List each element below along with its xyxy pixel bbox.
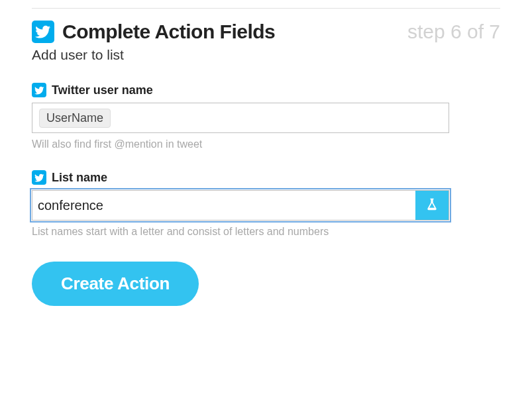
- step-indicator: step 6 of 7: [407, 21, 500, 43]
- field-label-row: List name: [32, 170, 500, 185]
- username-label: Twitter user name: [52, 83, 153, 97]
- create-action-button[interactable]: Create Action: [32, 262, 199, 306]
- ingredient-button[interactable]: [415, 191, 449, 220]
- twitter-icon: [32, 170, 46, 185]
- page-subtitle: Add user to list: [32, 47, 500, 63]
- flask-icon: [425, 197, 439, 214]
- header-left: Complete Action Fields: [32, 21, 275, 43]
- username-input[interactable]: UserName: [32, 103, 449, 133]
- field-twitter-username: Twitter user name UserName Will also fin…: [32, 83, 500, 150]
- username-hint: Will also find first @mention in tweet: [32, 138, 500, 150]
- page-title: Complete Action Fields: [62, 21, 275, 43]
- field-label-row: Twitter user name: [32, 83, 500, 97]
- header-divider: [32, 8, 500, 9]
- listname-hint: List names start with a letter and consi…: [32, 226, 500, 238]
- twitter-icon: [32, 21, 54, 43]
- listname-input[interactable]: [32, 191, 415, 220]
- page-container: Complete Action Fields step 6 of 7 Add u…: [0, 21, 532, 306]
- page-header: Complete Action Fields step 6 of 7: [32, 21, 500, 43]
- field-list-name: List name List names start with a letter…: [32, 170, 500, 238]
- listname-label: List name: [52, 171, 107, 185]
- username-chip[interactable]: UserName: [39, 109, 111, 128]
- listname-input-wrapper: [32, 190, 449, 221]
- twitter-icon: [32, 83, 46, 97]
